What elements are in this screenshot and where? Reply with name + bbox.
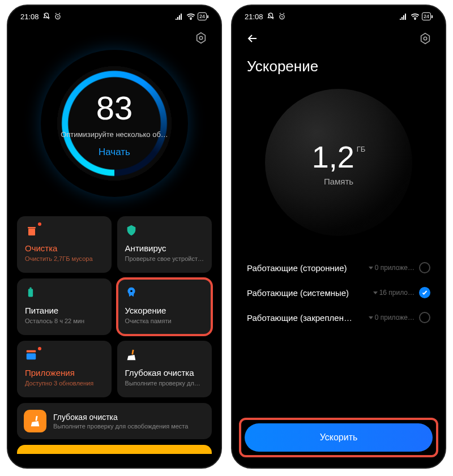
svg-rect-12 xyxy=(35,416,37,421)
dnd-icon xyxy=(42,12,50,20)
memory-label: Память xyxy=(324,177,353,186)
topbar xyxy=(17,27,212,46)
broom-icon xyxy=(125,349,139,362)
card-title: Очистка xyxy=(25,243,104,253)
settings-icon[interactable] xyxy=(195,32,207,46)
promo-banner-partial[interactable] xyxy=(17,445,212,454)
back-icon[interactable] xyxy=(246,32,259,48)
checkbox[interactable] xyxy=(419,262,430,273)
card-antivirus[interactable]: Антивирус Проверьте свое устройст… xyxy=(117,216,212,273)
svg-point-16 xyxy=(424,37,427,40)
wifi-icon xyxy=(186,13,195,20)
checkbox-checked[interactable] xyxy=(419,287,430,298)
card-title: Приложения xyxy=(25,368,104,378)
card-sub: Проверьте свое устройст… xyxy=(125,255,204,262)
svg-rect-5 xyxy=(28,227,36,229)
card-title: Питание xyxy=(25,306,104,315)
svg-point-3 xyxy=(199,36,203,40)
status-bar: 21:08 24 xyxy=(8,6,221,27)
chevron-down-icon xyxy=(369,316,373,319)
svg-point-15 xyxy=(414,19,415,20)
signal-icon xyxy=(400,13,408,20)
start-button[interactable]: Начать xyxy=(99,147,130,158)
battery-icon: 24 xyxy=(422,12,433,20)
broom-icon xyxy=(24,410,46,432)
wifi-icon xyxy=(411,13,420,20)
apps-icon xyxy=(25,349,39,362)
card-sub: Очистка памяти xyxy=(125,318,204,324)
memory-unit: ГБ xyxy=(357,145,366,153)
trash-icon xyxy=(25,224,39,238)
svg-rect-9 xyxy=(27,350,36,353)
row-third-party[interactable]: Работающие (сторонние) 0 приложе… xyxy=(247,255,430,280)
banner-title: Глубокая очистка xyxy=(53,413,205,422)
score-value: 83 xyxy=(96,89,133,127)
score-subtitle: Оптимизируйте несколько об… xyxy=(61,130,168,139)
page-title: Ускорение xyxy=(241,48,436,81)
svg-rect-6 xyxy=(28,289,33,297)
card-boost[interactable]: Ускорение Очистка памяти xyxy=(117,278,212,335)
shield-icon xyxy=(125,224,139,238)
boost-button[interactable]: Ускорить xyxy=(245,423,433,452)
clock: 21:08 xyxy=(20,12,39,21)
svg-point-8 xyxy=(130,290,133,292)
phone-boost-page: 21:08 24 Ускорение 1,2 ГБ Память xyxy=(231,5,446,469)
card-power[interactable]: Питание Осталось 8 ч 22 мин xyxy=(17,278,112,335)
card-apps[interactable]: Приложения Доступно 3 обновления xyxy=(17,341,112,397)
settings-icon[interactable] xyxy=(419,32,431,47)
card-sub: Осталось 8 ч 22 мин xyxy=(25,318,104,324)
alarm-icon xyxy=(278,12,286,20)
alarm-icon xyxy=(54,12,62,20)
row-label: Работающие (системные) xyxy=(247,288,369,298)
score-ring: 83 Оптимизируйте несколько об… Начать xyxy=(41,50,188,197)
clock: 21:08 xyxy=(245,12,263,21)
row-label: Работающие (сторонние) xyxy=(247,263,364,273)
deep-clean-banner[interactable]: Глубокая очистка Выполните проверку для … xyxy=(17,403,212,439)
status-bar: 21:08 24 xyxy=(232,6,445,27)
phone-security-home: 21:08 24 83 Оптимизируйте несколько об… … xyxy=(7,5,222,469)
card-title: Глубокая очистка xyxy=(125,368,204,378)
row-count: 16 прило… xyxy=(373,289,414,297)
boost-button-highlight: Ускорить xyxy=(241,420,436,455)
card-sub: Выполните проверку дл… xyxy=(125,380,204,387)
row-count: 0 приложе… xyxy=(369,264,414,272)
svg-rect-4 xyxy=(28,229,35,235)
svg-rect-10 xyxy=(27,353,36,359)
chevron-down-icon xyxy=(369,267,373,269)
row-system[interactable]: Работающие (системные) 16 прило… xyxy=(247,280,430,305)
row-label: Работающие (закреплен… xyxy=(247,313,364,323)
chevron-down-icon xyxy=(373,291,378,294)
row-pinned[interactable]: Работающие (закреплен… 0 приложе… xyxy=(247,305,430,330)
memory-value: 1,2 xyxy=(312,139,354,174)
dnd-icon xyxy=(267,12,275,20)
svg-point-2 xyxy=(190,19,191,20)
checkbox[interactable] xyxy=(419,312,430,323)
signal-icon xyxy=(176,13,184,20)
card-title: Антивирус xyxy=(125,243,204,253)
rocket-icon xyxy=(125,286,139,300)
battery-icon: 24 xyxy=(198,12,208,20)
card-sub: Доступно 3 обновления xyxy=(25,380,104,387)
card-title: Ускорение xyxy=(125,306,204,315)
card-cleanup[interactable]: Очистка Очистить 2,7ГБ мусора xyxy=(17,216,112,273)
memory-sphere: 1,2 ГБ Память xyxy=(265,89,412,236)
card-sub: Очистить 2,7ГБ мусора xyxy=(25,255,104,262)
svg-rect-11 xyxy=(131,350,134,355)
battery-card-icon xyxy=(25,286,39,300)
banner-sub: Выполните проверку для освобождения мест… xyxy=(53,423,205,430)
card-deepclean[interactable]: Глубокая очистка Выполните проверку дл… xyxy=(117,341,212,397)
svg-rect-7 xyxy=(29,288,31,289)
row-count: 0 приложе… xyxy=(369,314,414,321)
